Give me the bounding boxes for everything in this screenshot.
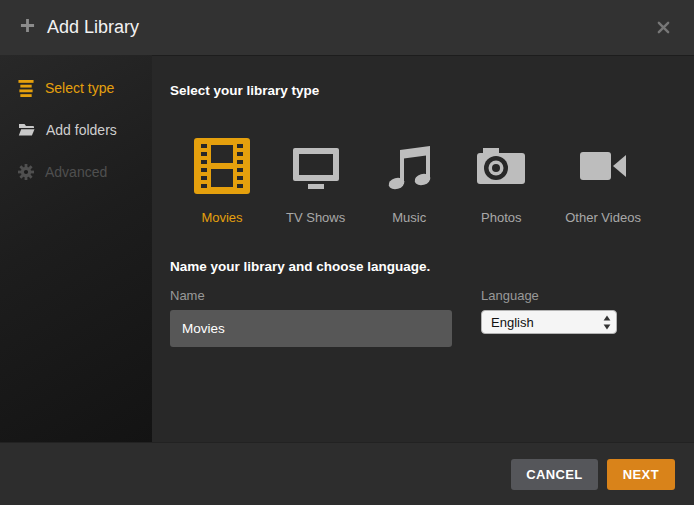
wizard-steps-sidebar: Select type Add folders: [0, 55, 152, 443]
camera-icon: [473, 138, 529, 198]
library-type-label: Movies: [201, 210, 242, 225]
film-icon: [194, 138, 250, 198]
tv-icon: [288, 138, 344, 198]
gear-icon: [18, 164, 34, 180]
sidebar-item-label: Advanced: [45, 164, 107, 180]
language-select[interactable]: English: [481, 310, 617, 334]
folder-icon: [18, 123, 35, 137]
language-select-value: English: [491, 315, 534, 330]
type-section-title: Select your library type: [170, 83, 676, 98]
sidebar-item-advanced: Advanced: [0, 151, 152, 193]
language-field-group: Language English: [481, 288, 617, 347]
music-note-icon: [381, 138, 437, 198]
close-icon[interactable]: [653, 17, 674, 38]
sidebar-item-label: Select type: [45, 80, 114, 96]
library-type-label: Other Videos: [565, 210, 641, 225]
plus-icon: [20, 18, 35, 37]
library-name-input[interactable]: [170, 310, 452, 347]
cancel-button[interactable]: CANCEL: [511, 459, 598, 490]
library-type-label: Photos: [481, 210, 521, 225]
select-stepper-icon: [603, 315, 611, 330]
language-field-label: Language: [481, 288, 617, 303]
sidebar-item-label: Add folders: [46, 122, 117, 138]
list-icon: [18, 80, 34, 97]
name-field-group: Name: [170, 288, 452, 347]
dialog-footer: CANCEL NEXT: [0, 443, 694, 505]
video-camera-icon: [575, 138, 631, 198]
dialog-title: Add Library: [47, 17, 139, 38]
library-type-label: TV Shows: [286, 210, 345, 225]
library-type-label: Music: [392, 210, 426, 225]
library-type-photos[interactable]: Photos: [473, 138, 529, 225]
sidebar-item-add-folders[interactable]: Add folders: [0, 109, 152, 151]
next-button[interactable]: NEXT: [607, 459, 675, 490]
name-section: Name your library and choose language. N…: [170, 259, 676, 347]
dialog-body: Select type Add folders: [0, 55, 694, 443]
sidebar-item-select-type[interactable]: Select type: [0, 67, 152, 109]
library-type-picker: Movies TV Shows: [194, 138, 676, 225]
name-section-title: Name your library and choose language.: [170, 259, 676, 274]
main-panel: Select your library type: [152, 55, 694, 443]
add-library-dialog: Add Library Select type: [0, 0, 694, 505]
library-type-other-videos[interactable]: Other Videos: [565, 138, 641, 225]
library-type-tv-shows[interactable]: TV Shows: [286, 138, 345, 225]
dialog-header: Add Library: [0, 0, 694, 55]
library-type-movies[interactable]: Movies: [194, 138, 250, 225]
name-field-label: Name: [170, 288, 452, 303]
library-type-music[interactable]: Music: [381, 138, 437, 225]
